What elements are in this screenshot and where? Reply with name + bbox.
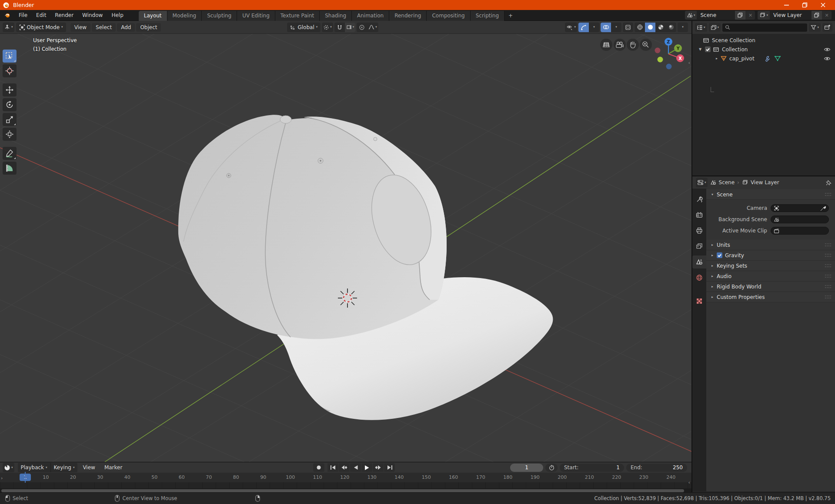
outliner-filter-type-dropdown[interactable]: ▾ <box>709 23 721 32</box>
view-layer-name[interactable]: View Layer <box>770 11 812 20</box>
gizmo-dropdown[interactable]: ▾ <box>589 23 599 32</box>
breadcrumb-scene[interactable]: Scene <box>719 179 735 186</box>
custom-properties-panel-header[interactable]: ▸ Custom Properties <box>706 292 835 302</box>
tool-annotate[interactable] <box>3 147 17 160</box>
pivot-point-dropdown[interactable]: ▾ <box>322 23 333 32</box>
play-button[interactable] <box>361 463 372 472</box>
sidebar-collapse-arrow[interactable]: ‹ <box>688 60 690 66</box>
maximize-button[interactable] <box>801 2 808 9</box>
timeline-left-arrow[interactable]: › <box>1 475 3 481</box>
timeline-scrollbar-thumb[interactable] <box>1 489 684 492</box>
cap-model[interactable] <box>178 115 553 420</box>
view-layer-remove-button[interactable]: ✕ <box>822 11 832 20</box>
jump-to-end-button[interactable] <box>384 463 395 472</box>
close-button[interactable] <box>819 2 826 9</box>
overlays-dropdown[interactable]: ▾ <box>611 23 621 32</box>
timeline-menu-view[interactable]: View <box>79 463 99 472</box>
frame-ruler[interactable]: 1 10203040506070809010011012013014015016… <box>0 473 691 482</box>
frame-start-field[interactable]: Start:1 <box>560 464 624 472</box>
gizmo-neg-z[interactable] <box>666 64 672 70</box>
outliner-search-input[interactable] <box>722 23 807 32</box>
prev-keyframe-button[interactable] <box>339 463 350 472</box>
scene-new-copy-button[interactable] <box>735 11 745 20</box>
menu-render[interactable]: Render <box>51 11 77 20</box>
collection-expand-arrow[interactable]: ▼ <box>698 47 703 51</box>
tool-transform[interactable] <box>3 128 17 141</box>
frame-end-field[interactable]: End:250 <box>626 464 687 472</box>
tool-move[interactable] <box>3 83 17 96</box>
viewport-menu-view[interactable]: View <box>70 23 90 32</box>
audio-panel-header[interactable]: ▸ Audio <box>706 271 835 282</box>
pin-icon[interactable] <box>826 180 832 186</box>
timeline-editor-type-button[interactable]: ▾ <box>3 463 14 472</box>
minimize-button[interactable] <box>783 2 790 9</box>
viewport-menu-select[interactable]: Select <box>92 23 116 32</box>
snap-target-dropdown[interactable]: ▾ <box>345 23 356 32</box>
scene-panel-header[interactable]: ▾ Scene <box>706 189 835 200</box>
tool-measure[interactable] <box>3 162 17 175</box>
collection-visibility-eye-icon[interactable] <box>824 47 831 52</box>
pan-view-button[interactable] <box>627 39 639 51</box>
workspace-tab-rendering[interactable]: Rendering <box>389 11 427 21</box>
workspace-tab-layout[interactable]: Layout <box>139 11 167 21</box>
keying-menu[interactable]: Keying▾ <box>50 463 78 472</box>
shading-wireframe-button[interactable] <box>635 23 645 32</box>
collection-checkbox[interactable] <box>705 46 711 52</box>
scene-name[interactable]: Scene <box>697 11 735 20</box>
tab-output[interactable] <box>692 224 706 237</box>
scene-browse-button[interactable]: ▾ <box>685 11 697 20</box>
show-gizmo-toggle[interactable] <box>578 23 589 32</box>
gizmo-neg-x[interactable] <box>655 48 661 53</box>
gravity-checkbox[interactable] <box>717 252 722 258</box>
tab-world[interactable] <box>692 271 706 284</box>
snap-toggle[interactable] <box>334 23 345 32</box>
tab-render[interactable] <box>692 209 706 222</box>
shading-rendered-button[interactable] <box>666 23 676 32</box>
workspace-tab-scripting[interactable]: Scripting <box>471 11 504 21</box>
workspace-tab-texture-paint[interactable]: Texture Paint <box>275 11 320 21</box>
add-workspace-button[interactable]: + <box>504 11 517 21</box>
keying-sets-panel-header[interactable]: ▸ Keying Sets <box>706 261 835 271</box>
viewport-3d-canvas[interactable]: Z Y X <box>0 34 691 462</box>
panel-drag-dots[interactable] <box>825 192 832 196</box>
cap-pivot-expand-arrow[interactable]: ▸ <box>714 56 719 60</box>
outliner-row-collection[interactable]: ▼ Collection <box>692 45 835 54</box>
preview-range-button[interactable] <box>545 464 558 472</box>
menu-window[interactable]: Window <box>78 11 107 20</box>
playhead-line[interactable] <box>25 472 26 483</box>
workspace-tab-sculpting[interactable]: Sculpting <box>202 11 237 21</box>
scene-unlink-button[interactable]: ✕ <box>745 11 755 20</box>
outliner-filter-dropdown[interactable]: ▾ <box>809 23 821 32</box>
outliner-row-cap-pivot[interactable]: ▸ cap_pivot <box>692 54 835 63</box>
camera-view-button[interactable] <box>614 39 626 51</box>
background-scene-field[interactable] <box>771 216 829 223</box>
blender-menu-icon[interactable] <box>3 11 11 19</box>
transform-orientation-dropdown[interactable]: Global ▾ <box>287 23 321 32</box>
tool-rotate[interactable] <box>3 98 17 111</box>
perspective-toggle-button[interactable] <box>600 39 612 51</box>
shading-solid-button[interactable] <box>645 23 655 32</box>
rigid-body-world-panel-header[interactable]: ▸ Rigid Body World <box>706 282 835 292</box>
proportional-falloff-dropdown[interactable]: ▾ <box>367 23 378 32</box>
proportional-editing-toggle[interactable] <box>357 23 367 32</box>
eyedropper-icon[interactable] <box>820 206 826 211</box>
workspace-tab-compositing[interactable]: Compositing <box>427 11 470 21</box>
workspace-tab-modeling[interactable]: Modeling <box>167 11 202 21</box>
editor-type-button[interactable]: ▾ <box>3 23 14 32</box>
mode-dropdown[interactable]: Object Mode ▾ <box>16 23 66 32</box>
jump-to-start-button[interactable] <box>327 463 338 472</box>
outliner-row-scene-collection[interactable]: Scene Collection <box>692 36 835 45</box>
show-overlays-toggle[interactable] <box>601 23 611 32</box>
gravity-panel-header[interactable]: ▸ Gravity <box>706 250 835 261</box>
menu-help[interactable]: Help <box>107 11 127 20</box>
next-keyframe-button[interactable] <box>373 463 384 472</box>
units-panel-header[interactable]: ▸ Units <box>706 240 835 250</box>
object-visibility-dropdown[interactable]: ▾ <box>565 23 577 32</box>
frame-tick-strip[interactable] <box>0 482 691 488</box>
breadcrumb-view-layer[interactable]: View Layer <box>751 179 779 186</box>
workspace-tab-shading[interactable]: Shading <box>320 11 352 21</box>
gizmo-neg-y[interactable] <box>658 57 663 63</box>
tab-scene[interactable] <box>692 255 706 269</box>
view-layer-browse-button[interactable]: ▾ <box>758 11 770 20</box>
shading-dropdown[interactable]: ▾ <box>678 23 688 32</box>
